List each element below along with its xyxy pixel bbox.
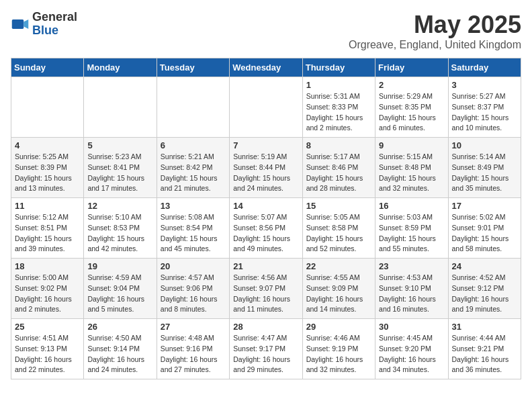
day-info: Sunrise: 5:17 AMSunset: 8:46 PMDaylight:… [306,152,371,194]
day-info: Sunrise: 5:02 AMSunset: 9:01 PMDaylight:… [452,212,517,255]
calendar-cell: 25Sunrise: 4:51 AMSunset: 9:13 PMDayligh… [11,319,84,379]
calendar-cell [84,77,157,138]
day-number: 19 [87,261,152,271]
logo-blue: Blue [32,24,77,38]
calendar-cell: 2Sunrise: 5:29 AMSunset: 8:35 PMDaylight… [375,77,448,138]
week-row-2: 4Sunrise: 5:25 AMSunset: 8:39 PMDaylight… [11,138,521,198]
day-number: 1 [306,80,371,90]
col-header-sunday: Sunday [11,58,84,77]
day-info: Sunrise: 4:46 AMSunset: 9:19 PMDaylight:… [306,333,371,375]
day-number: 16 [379,201,444,211]
calendar-cell [157,77,229,138]
col-header-monday: Monday [84,58,157,77]
day-info: Sunrise: 4:47 AMSunset: 9:17 PMDaylight:… [233,333,298,375]
week-row-3: 11Sunrise: 5:12 AMSunset: 8:51 PMDayligh… [11,198,521,259]
calendar-cell: 1Sunrise: 5:31 AMSunset: 8:33 PMDaylight… [302,77,375,138]
day-info: Sunrise: 5:31 AMSunset: 8:33 PMDaylight:… [306,91,371,134]
calendar-cell: 4Sunrise: 5:25 AMSunset: 8:39 PMDaylight… [11,138,84,198]
day-number: 3 [452,80,517,90]
calendar-cell: 17Sunrise: 5:02 AMSunset: 9:01 PMDayligh… [448,198,521,259]
day-number: 31 [452,322,517,332]
day-info: Sunrise: 4:52 AMSunset: 9:12 PMDaylight:… [452,273,517,315]
day-info: Sunrise: 4:51 AMSunset: 9:13 PMDaylight:… [15,333,80,375]
calendar-cell: 19Sunrise: 4:59 AMSunset: 9:04 PMDayligh… [84,259,157,319]
calendar-cell: 8Sunrise: 5:17 AMSunset: 8:46 PMDaylight… [302,138,375,198]
day-info: Sunrise: 5:12 AMSunset: 8:51 PMDaylight:… [15,212,80,255]
calendar-cell: 21Sunrise: 4:56 AMSunset: 9:07 PMDayligh… [230,259,302,319]
day-info: Sunrise: 5:10 AMSunset: 8:53 PMDaylight:… [87,212,152,255]
calendar-cell: 14Sunrise: 5:07 AMSunset: 8:56 PMDayligh… [230,198,302,259]
calendar-cell: 20Sunrise: 4:57 AMSunset: 9:06 PMDayligh… [157,259,229,319]
day-info: Sunrise: 4:45 AMSunset: 9:20 PMDaylight:… [379,333,444,375]
month-year-title: May 2025 [349,11,521,39]
calendar-cell: 10Sunrise: 5:14 AMSunset: 8:49 PMDayligh… [448,138,521,198]
day-info: Sunrise: 4:59 AMSunset: 9:04 PMDaylight:… [87,273,152,315]
day-number: 18 [15,261,80,271]
header-row: SundayMondayTuesdayWednesdayThursdayFrid… [11,58,521,77]
day-number: 23 [379,261,444,271]
calendar-cell: 29Sunrise: 4:46 AMSunset: 9:19 PMDayligh… [302,319,375,379]
day-info: Sunrise: 4:50 AMSunset: 9:14 PMDaylight:… [87,333,152,375]
day-info: Sunrise: 5:03 AMSunset: 8:59 PMDaylight:… [379,212,444,255]
day-info: Sunrise: 4:55 AMSunset: 9:09 PMDaylight:… [306,273,371,315]
day-number: 4 [15,140,80,150]
day-info: Sunrise: 5:27 AMSunset: 8:37 PMDaylight:… [452,91,517,134]
col-header-friday: Friday [375,58,448,77]
logo: General Blue [11,11,77,38]
day-info: Sunrise: 5:08 AMSunset: 8:54 PMDaylight:… [161,212,226,255]
day-info: Sunrise: 5:23 AMSunset: 8:41 PMDaylight:… [87,152,152,194]
calendar-cell: 23Sunrise: 4:53 AMSunset: 9:10 PMDayligh… [375,259,448,319]
calendar-cell: 18Sunrise: 5:00 AMSunset: 9:02 PMDayligh… [11,259,84,319]
day-info: Sunrise: 5:21 AMSunset: 8:42 PMDaylight:… [161,152,226,194]
calendar-cell: 22Sunrise: 4:55 AMSunset: 9:09 PMDayligh… [302,259,375,319]
calendar-cell: 26Sunrise: 4:50 AMSunset: 9:14 PMDayligh… [84,319,157,379]
day-number: 17 [452,201,517,211]
day-number: 15 [306,201,371,211]
day-number: 22 [306,261,371,271]
day-number: 10 [452,140,517,150]
logo-text: General Blue [32,11,77,38]
calendar-cell: 9Sunrise: 5:15 AMSunset: 8:48 PMDaylight… [375,138,448,198]
day-number: 24 [452,261,517,271]
day-info: Sunrise: 5:15 AMSunset: 8:48 PMDaylight:… [379,152,444,194]
calendar-cell: 24Sunrise: 4:52 AMSunset: 9:12 PMDayligh… [448,259,521,319]
logo-general: General [32,11,77,24]
day-number: 11 [15,201,80,211]
col-header-tuesday: Tuesday [157,58,229,77]
calendar-cell: 16Sunrise: 5:03 AMSunset: 8:59 PMDayligh… [375,198,448,259]
day-number: 8 [306,140,371,150]
calendar-cell: 28Sunrise: 4:47 AMSunset: 9:17 PMDayligh… [230,319,302,379]
calendar-cell [230,77,302,138]
day-number: 5 [87,140,152,150]
page-header: General Blue May 2025 Orgreave, England,… [11,11,521,51]
day-info: Sunrise: 4:56 AMSunset: 9:07 PMDaylight:… [233,273,298,315]
title-block: May 2025 Orgreave, England, United Kingd… [349,11,521,51]
calendar-cell: 11Sunrise: 5:12 AMSunset: 8:51 PMDayligh… [11,198,84,259]
calendar-cell: 30Sunrise: 4:45 AMSunset: 9:20 PMDayligh… [375,319,448,379]
calendar-cell: 31Sunrise: 4:44 AMSunset: 9:21 PMDayligh… [448,319,521,379]
col-header-thursday: Thursday [302,58,375,77]
calendar-cell: 13Sunrise: 5:08 AMSunset: 8:54 PMDayligh… [157,198,229,259]
week-row-1: 1Sunrise: 5:31 AMSunset: 8:33 PMDaylight… [11,77,521,138]
day-info: Sunrise: 5:29 AMSunset: 8:35 PMDaylight:… [379,91,444,134]
day-number: 14 [233,201,298,211]
day-number: 9 [379,140,444,150]
col-header-wednesday: Wednesday [230,58,302,77]
day-info: Sunrise: 4:53 AMSunset: 9:10 PMDaylight:… [379,273,444,315]
logo-icon [11,15,30,34]
calendar-cell: 7Sunrise: 5:19 AMSunset: 8:44 PMDaylight… [230,138,302,198]
day-info: Sunrise: 5:00 AMSunset: 9:02 PMDaylight:… [15,273,80,315]
day-number: 6 [161,140,226,150]
day-info: Sunrise: 5:14 AMSunset: 8:49 PMDaylight:… [452,152,517,194]
location-subtitle: Orgreave, England, United Kingdom [349,39,521,51]
day-number: 27 [161,322,226,332]
calendar-cell: 27Sunrise: 4:48 AMSunset: 9:16 PMDayligh… [157,319,229,379]
day-number: 12 [87,201,152,211]
day-info: Sunrise: 5:19 AMSunset: 8:44 PMDaylight:… [233,152,298,194]
week-row-5: 25Sunrise: 4:51 AMSunset: 9:13 PMDayligh… [11,319,521,379]
day-number: 30 [379,322,444,332]
day-number: 29 [306,322,371,332]
calendar-cell: 12Sunrise: 5:10 AMSunset: 8:53 PMDayligh… [84,198,157,259]
calendar-cell [11,77,84,138]
calendar-cell: 6Sunrise: 5:21 AMSunset: 8:42 PMDaylight… [157,138,229,198]
